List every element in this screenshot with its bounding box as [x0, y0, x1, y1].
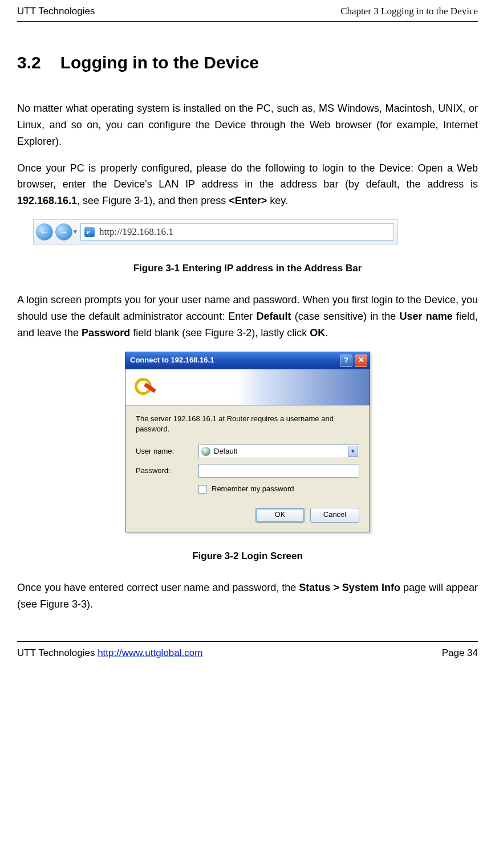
help-button[interactable]: ?: [340, 354, 352, 367]
username-value: Default: [214, 446, 237, 458]
paragraph-after-login: Once you have entered correct user name …: [17, 580, 478, 613]
dialog-title: Connect to 192.168.16.1: [130, 354, 214, 366]
figure-2: Connect to 192.168.16.1 ? ✕ The server 1…: [17, 352, 478, 532]
login-dialog: Connect to 192.168.16.1 ? ✕ The server 1…: [125, 352, 370, 532]
chevron-down-icon[interactable]: ▾: [348, 446, 358, 457]
paragraph-addressbar: Once your PC is properly configured, ple…: [17, 160, 478, 209]
username-field[interactable]: Default ▾: [198, 445, 359, 458]
close-button[interactable]: ✕: [355, 354, 367, 367]
cancel-button[interactable]: Cancel: [310, 508, 359, 523]
ie-icon: [84, 227, 95, 237]
password-field[interactable]: [198, 464, 359, 478]
browser-address-bar: ← → ▼ http://192.168.16.1: [33, 219, 398, 244]
section-number: 3.2: [17, 49, 41, 76]
ok-button[interactable]: OK: [255, 508, 305, 523]
user-icon: [201, 447, 210, 456]
address-input[interactable]: http://192.168.16.1: [80, 223, 394, 241]
back-button[interactable]: ←: [36, 223, 53, 241]
remember-password-label: Remember my password: [212, 483, 294, 495]
figure-1-caption: Figure 3-1 Entering IP address in the Ad…: [17, 260, 478, 276]
password-label: Password:: [136, 465, 198, 477]
forward-button[interactable]: →: [55, 223, 72, 241]
header-left: UTT Technologies: [17, 3, 95, 19]
section-title-text: Logging in to the Device: [60, 53, 259, 72]
section-heading: 3.2Logging in to the Device: [17, 49, 478, 76]
dialog-message: The server 192.168.16.1 at Router requir…: [136, 414, 359, 434]
footer-page: Page 34: [442, 645, 478, 661]
keys-icon: [132, 374, 157, 400]
address-url: http://192.168.16.1: [99, 224, 173, 239]
paragraph-login: A login screen prompts you for your user…: [17, 292, 478, 341]
page-footer: UTT Technologies http://www.uttglobal.co…: [17, 641, 478, 661]
footer-left: UTT Technologies http://www.uttglobal.co…: [17, 645, 202, 661]
dialog-titlebar: Connect to 192.168.16.1 ? ✕: [125, 352, 370, 369]
figure-2-caption: Figure 3-2 Login Screen: [17, 548, 478, 564]
page-header: UTT Technologies Chapter 3 Logging in to…: [17, 0, 478, 22]
username-label: User name:: [136, 446, 198, 458]
remember-password-checkbox[interactable]: [198, 485, 207, 494]
header-right: Chapter 3 Logging in to the Device: [340, 3, 478, 19]
dialog-banner: [125, 369, 370, 406]
nav-dropdown-icon[interactable]: ▼: [72, 227, 78, 237]
paragraph-intro: No matter what operating system is insta…: [17, 100, 478, 149]
footer-link[interactable]: http://www.uttglobal.com: [98, 647, 202, 658]
figure-1: ← → ▼ http://192.168.16.1: [33, 219, 478, 244]
